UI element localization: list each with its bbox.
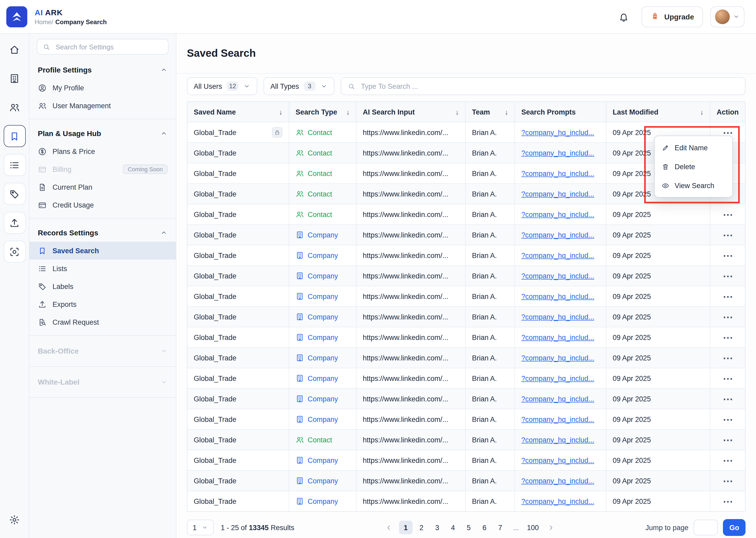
row-actions-button[interactable]: ⋯ xyxy=(723,496,733,506)
page-button-6[interactable]: 6 xyxy=(478,521,492,534)
search-prompt-link[interactable]: ?company_hq_includ... xyxy=(521,436,594,444)
row-actions-button[interactable]: ⋯ xyxy=(723,476,733,486)
search-prompt-link[interactable]: ?company_hq_includ... xyxy=(521,251,594,259)
page-button-4[interactable]: 4 xyxy=(446,521,460,534)
menu-item-view-search[interactable]: View Search xyxy=(655,176,732,195)
row-actions-button[interactable]: ⋯ xyxy=(723,291,733,301)
row-actions-button[interactable]: ⋯ xyxy=(723,209,733,219)
column-header-team[interactable]: Team↓ xyxy=(466,102,515,122)
row-actions-button[interactable]: ⋯ xyxy=(723,394,733,404)
rows-per-page-select[interactable]: 1 xyxy=(187,519,213,535)
page-button-7[interactable]: 7 xyxy=(494,521,507,534)
row-actions-button[interactable]: ⋯ xyxy=(723,435,733,445)
search-prompt-link[interactable]: ?company_hq_includ... xyxy=(521,477,594,485)
table-search-input[interactable] xyxy=(360,82,739,91)
page-button-2[interactable]: 2 xyxy=(415,521,428,534)
rail-item-scan[interactable] xyxy=(3,241,25,263)
table-search[interactable] xyxy=(341,77,745,95)
ai-search-input-cell: https://www.linkedin.com/... xyxy=(356,348,466,368)
next-page-button[interactable] xyxy=(544,521,558,534)
sidebar-item-label: Saved Search xyxy=(53,247,99,254)
column-header-last-modified[interactable]: Last Modified↓ xyxy=(606,102,710,122)
search-prompt-link[interactable]: ?company_hq_includ... xyxy=(521,293,594,300)
section-header-plan-usage-hub[interactable]: Plan & Usage Hub xyxy=(29,124,176,142)
breadcrumb-home[interactable]: Home/ xyxy=(35,18,53,26)
sidebar-item-current-plan[interactable]: Current Plan xyxy=(29,178,176,196)
search-prompt-link[interactable]: ?company_hq_includ... xyxy=(521,333,594,341)
menu-item-edit-name[interactable]: Edit Name xyxy=(655,138,732,157)
building-icon xyxy=(296,313,304,321)
sidebar-item-lists[interactable]: Lists xyxy=(29,259,176,277)
row-actions-button[interactable]: ⋯ xyxy=(723,250,733,260)
section-header-records-settings[interactable]: Records Settings xyxy=(29,223,176,242)
search-prompt-link[interactable]: ?company_hq_includ... xyxy=(521,374,594,382)
search-prompt-link[interactable]: ?company_hq_includ... xyxy=(521,149,594,157)
search-prompt-link[interactable]: ?company_hq_includ... xyxy=(521,169,594,177)
rail-item-upload[interactable] xyxy=(3,212,25,234)
rail-item-bookmark[interactable] xyxy=(3,125,25,147)
sidebar-item-plans-price[interactable]: Plans & Price xyxy=(29,142,176,160)
search-prompt-link[interactable]: ?company_hq_includ... xyxy=(521,272,594,280)
notifications-button[interactable] xyxy=(613,6,634,27)
sort-descending-icon[interactable]: ↓ xyxy=(346,108,350,116)
page-button-5[interactable]: 5 xyxy=(462,521,476,534)
search-prompt-link[interactable]: ?company_hq_includ... xyxy=(521,210,594,218)
sort-descending-icon[interactable]: ↓ xyxy=(279,108,282,116)
all-users-dropdown[interactable]: All Users 12 xyxy=(187,77,257,95)
sidebar-item-my-profile[interactable]: My Profile xyxy=(29,79,176,97)
search-prompt-link[interactable]: ?company_hq_includ... xyxy=(521,129,594,136)
page-button-1[interactable]: 1 xyxy=(399,521,413,534)
sidebar-item-billing[interactable]: BillingComing Soon xyxy=(29,160,176,178)
section-header-white-label[interactable]: White-Label xyxy=(29,371,176,393)
sidebar-item-saved-search[interactable]: Saved Search xyxy=(29,242,176,259)
row-actions-button[interactable]: ⋯ xyxy=(723,414,733,424)
row-actions-button[interactable]: ⋯ xyxy=(723,271,733,281)
rail-item-tag[interactable] xyxy=(3,183,25,205)
rail-item-list[interactable] xyxy=(3,154,25,176)
upgrade-button[interactable]: Upgrade xyxy=(641,6,703,27)
sidebar-item-credit-usage[interactable]: Credit Usage xyxy=(29,196,176,214)
column-header-search-type[interactable]: Search Type↓ xyxy=(289,102,356,122)
previous-page-button[interactable] xyxy=(382,521,396,534)
sidebar-item-user-management[interactable]: User Management xyxy=(29,97,176,115)
search-prompt-link[interactable]: ?company_hq_includ... xyxy=(521,395,594,403)
settings-search-input[interactable] xyxy=(55,42,163,51)
sidebar-item-labels[interactable]: Labels xyxy=(29,277,176,295)
search-prompt-link[interactable]: ?company_hq_includ... xyxy=(521,456,594,464)
search-prompt-link[interactable]: ?company_hq_includ... xyxy=(521,415,594,423)
sort-descending-icon[interactable]: ↓ xyxy=(505,108,508,116)
sort-descending-icon[interactable]: ↓ xyxy=(700,108,703,116)
search-prompt-link[interactable]: ?company_hq_includ... xyxy=(521,313,594,321)
search-prompt-link[interactable]: ?company_hq_includ... xyxy=(521,354,594,362)
page-button-3[interactable]: 3 xyxy=(431,521,444,534)
jump-input[interactable] xyxy=(693,519,718,535)
section-header-back-office[interactable]: Back-Office xyxy=(29,340,176,362)
section-header-profile-settings[interactable]: Profile Settings xyxy=(29,60,176,79)
row-actions-button[interactable]: ⋯ xyxy=(723,332,733,342)
rail-item-building[interactable] xyxy=(3,67,25,89)
sidebar-item-crawl-request[interactable]: Crawl Request xyxy=(29,313,176,331)
rail-item-users[interactable] xyxy=(3,96,25,118)
column-header-ai-search-input[interactable]: AI Search Input↓ xyxy=(356,102,466,122)
row-actions-button[interactable]: ⋯ xyxy=(723,230,733,240)
search-prompt-link[interactable]: ?company_hq_includ... xyxy=(521,231,594,239)
rail-item-home[interactable] xyxy=(3,38,25,60)
row-actions-button[interactable]: ⋯ xyxy=(723,373,733,383)
go-button[interactable]: Go xyxy=(723,519,745,536)
rail-settings-button[interactable] xyxy=(3,509,25,531)
app-logo[interactable] xyxy=(6,6,27,27)
column-header-saved-name[interactable]: Saved Name↓ xyxy=(187,102,289,122)
search-prompt-link[interactable]: ?company_hq_includ... xyxy=(521,190,594,198)
search-prompt-link[interactable]: ?company_hq_includ... xyxy=(521,497,594,505)
sidebar-item-exports[interactable]: Exports xyxy=(29,295,176,313)
row-actions-button[interactable]: ⋯ xyxy=(723,455,733,465)
row-actions-button[interactable]: ⋯ xyxy=(723,353,733,363)
menu-item-delete[interactable]: Delete xyxy=(655,157,732,176)
sort-descending-icon[interactable]: ↓ xyxy=(455,108,459,116)
account-menu[interactable] xyxy=(710,6,744,27)
saved-name: Global_Trade xyxy=(194,374,237,382)
page-button-100[interactable]: 100 xyxy=(525,521,541,534)
row-actions-button[interactable]: ⋯ xyxy=(723,312,733,322)
settings-search[interactable] xyxy=(37,39,168,55)
all-types-dropdown[interactable]: All Types 3 xyxy=(263,77,334,95)
